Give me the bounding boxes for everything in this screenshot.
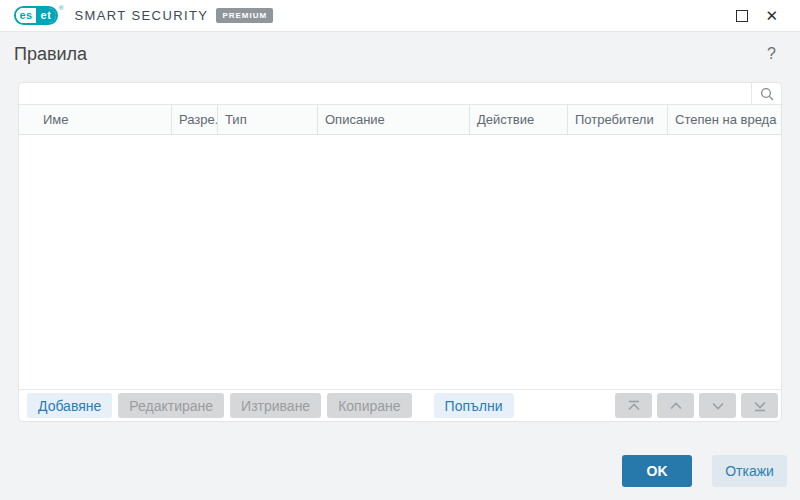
column-header-action[interactable]: Действие xyxy=(470,105,568,134)
edit-button[interactable]: Редактиране xyxy=(118,393,224,418)
edition-badge: PREMIUM xyxy=(216,8,273,23)
move-to-bottom-icon xyxy=(752,400,768,412)
eset-logo: es et ® xyxy=(14,6,63,25)
search-icon xyxy=(760,87,774,101)
eset-logo-left: es xyxy=(16,8,36,23)
search-bar xyxy=(19,83,781,105)
page-header: Правила ? xyxy=(0,32,800,76)
search-button[interactable] xyxy=(751,83,781,104)
add-button[interactable]: Добавяне xyxy=(27,393,112,418)
eset-logo-oval: es et xyxy=(14,6,58,25)
search-input[interactable] xyxy=(19,83,751,104)
move-button-group xyxy=(615,393,778,418)
page-title: Правила xyxy=(14,44,87,65)
move-to-top-button[interactable] xyxy=(615,393,652,418)
move-to-top-icon xyxy=(626,400,642,412)
maximize-icon[interactable] xyxy=(736,10,748,22)
window-controls: ✕ xyxy=(736,8,800,23)
close-icon[interactable]: ✕ xyxy=(765,8,778,23)
column-header-severity[interactable]: Степен на вреда xyxy=(668,105,781,134)
column-header-allowed[interactable]: Разре... xyxy=(172,105,218,134)
column-header-description[interactable]: Описание xyxy=(318,105,470,134)
column-header-type[interactable]: Тип xyxy=(218,105,318,134)
delete-button[interactable]: Изтриване xyxy=(230,393,321,418)
eset-logo-right: et xyxy=(36,8,56,23)
table-header: Име Разре... Тип Описание Действие Потре… xyxy=(19,105,781,135)
rules-table-body xyxy=(19,135,781,389)
copy-button[interactable]: Копиране xyxy=(327,393,411,418)
rules-panel: Име Разре... Тип Описание Действие Потре… xyxy=(18,82,782,422)
toolbar: Добавяне Редактиране Изтриване Копиране … xyxy=(19,389,781,421)
cancel-button[interactable]: Откажи xyxy=(712,455,787,487)
move-down-button[interactable] xyxy=(699,393,736,418)
help-icon[interactable]: ? xyxy=(767,45,776,63)
trademark-mark: ® xyxy=(59,5,63,11)
titlebar: es et ® SMART SECURITY PREMIUM ✕ xyxy=(0,0,800,32)
ok-button[interactable]: OK xyxy=(622,455,692,487)
move-up-button[interactable] xyxy=(657,393,694,418)
column-header-name[interactable]: Име xyxy=(19,105,172,134)
move-up-icon xyxy=(668,400,684,412)
move-down-icon xyxy=(710,400,726,412)
move-to-bottom-button[interactable] xyxy=(741,393,778,418)
column-header-users[interactable]: Потребители xyxy=(568,105,668,134)
dialog-footer: OK Откажи xyxy=(0,422,800,500)
product-name: SMART SECURITY xyxy=(74,8,208,23)
fill-button[interactable]: Попълни xyxy=(434,393,514,418)
